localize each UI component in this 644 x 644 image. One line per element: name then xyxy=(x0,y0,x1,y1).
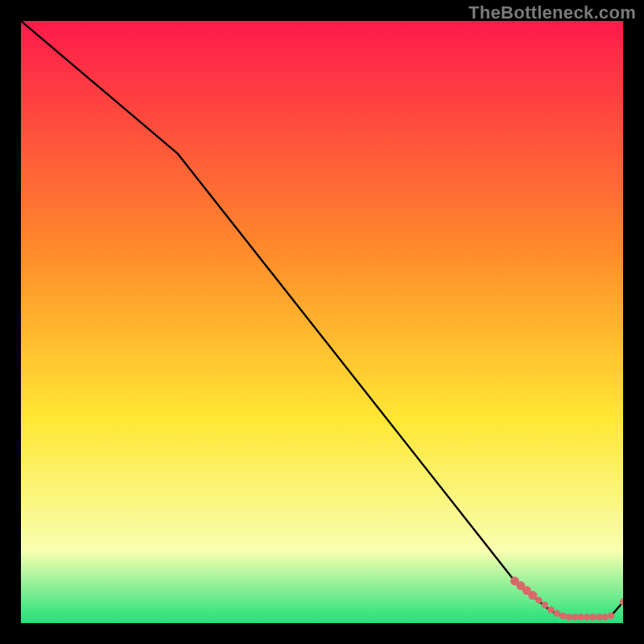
marker-dot xyxy=(596,613,602,620)
marker-dot xyxy=(608,613,614,619)
marker-dot xyxy=(528,591,537,600)
bottleneck-chart xyxy=(21,21,623,623)
gradient-background xyxy=(21,21,623,623)
marker-dot xyxy=(535,597,542,603)
marker-dot xyxy=(565,613,572,620)
marker-dot xyxy=(542,601,548,608)
marker-dot xyxy=(554,610,560,617)
marker-dot xyxy=(547,606,554,613)
marker-dot xyxy=(572,613,578,620)
chart-frame: TheBottleneck.com xyxy=(0,0,644,644)
marker-dot xyxy=(584,613,590,620)
marker-dot xyxy=(589,613,596,620)
marker-dot xyxy=(601,613,608,620)
marker-dot xyxy=(577,613,584,620)
marker-dot xyxy=(559,613,566,619)
watermark-text: TheBottleneck.com xyxy=(469,2,636,23)
plot-area xyxy=(21,21,623,623)
